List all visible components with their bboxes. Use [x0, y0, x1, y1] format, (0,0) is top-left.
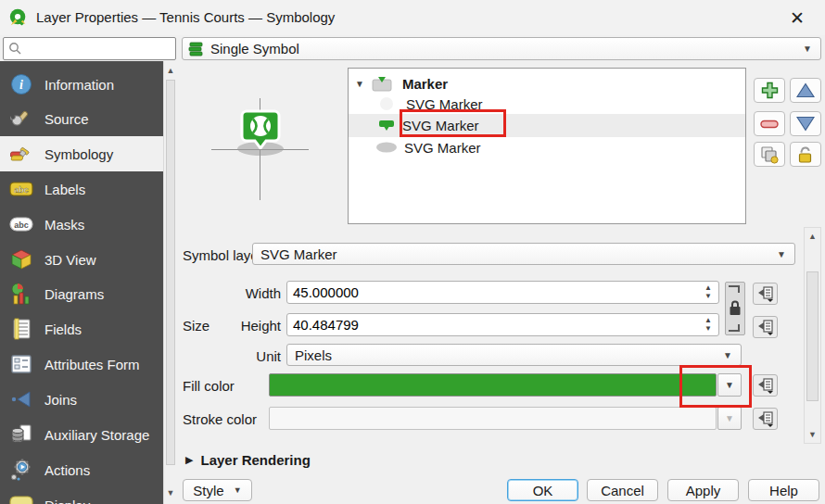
scroll-down-icon[interactable]: ▼	[164, 485, 177, 500]
sidebar-scrollbar[interactable]: ▲ ▼	[163, 61, 177, 504]
data-defined-override-icon	[757, 320, 774, 335]
tree-item-label: SVG Marker	[404, 140, 481, 156]
stroke-color-dropdown-button[interactable]: ▼	[717, 407, 742, 430]
scroll-up-icon[interactable]: ▲	[805, 229, 820, 244]
sidebar: i Information Source Sy	[0, 61, 163, 504]
move-layer-down-button[interactable]	[790, 111, 821, 136]
info-icon: i	[9, 72, 33, 96]
sidebar-item-joins[interactable]: Joins	[0, 382, 163, 417]
sidebar-item-3d-view[interactable]: 3D View	[0, 242, 163, 277]
fill-color-swatch[interactable]	[269, 373, 717, 397]
sidebar-scrollbar-thumb[interactable]	[166, 80, 175, 465]
labels-icon: abc	[9, 177, 33, 201]
actions-icon	[9, 458, 33, 482]
masks-icon: abc	[9, 212, 33, 236]
symbol-layers-tree: ▼ Marker SVG Marker SVG Marker SVG Marke…	[348, 68, 746, 224]
sidebar-item-auxiliary-storage[interactable]: Auxiliary Storage	[0, 417, 163, 452]
data-defined-override-icon	[757, 378, 774, 394]
chevron-down-icon: ▼	[777, 249, 786, 259]
lock-color-button[interactable]	[790, 142, 821, 167]
svg-text:i: i	[19, 78, 23, 92]
spinner-arrows-icon[interactable]: ▲▼	[700, 284, 717, 300]
sidebar-item-attributes-form[interactable]: Attributes Form	[0, 346, 163, 382]
diagrams-icon	[9, 282, 33, 306]
arrow-up-icon	[796, 82, 815, 98]
fill-color-data-override-button[interactable]	[753, 374, 778, 397]
height-input[interactable]	[287, 317, 700, 333]
svg-layer-thumb-icon	[378, 120, 395, 132]
search-input[interactable]	[22, 38, 175, 59]
height-data-override-button[interactable]	[753, 316, 778, 338]
chevron-right-icon: ▶	[185, 454, 193, 466]
width-spinbox: ▲▼	[286, 281, 719, 304]
sidebar-item-label: Fields	[44, 321, 82, 337]
scroll-down-icon[interactable]: ▼	[805, 427, 820, 442]
sidebar-item-label: Information	[44, 77, 114, 93]
lock-aspect-ratio-button[interactable]	[725, 282, 745, 335]
layer-rendering-expander[interactable]: ▶ Layer Rendering	[185, 452, 311, 468]
symbology-icon	[9, 142, 33, 166]
stroke-color-swatch[interactable]	[269, 407, 717, 430]
sidebar-item-diagrams[interactable]: Diagrams	[0, 276, 163, 311]
sidebar-item-symbology[interactable]: Symbology	[0, 136, 163, 171]
chevron-down-icon: ▼	[723, 350, 732, 360]
sidebar-item-masks[interactable]: abc Masks	[0, 207, 163, 242]
tree-row-marker[interactable]: ▼ Marker	[349, 73, 745, 94]
tree-item-label: SVG Marker	[402, 118, 479, 133]
style-menu-button[interactable]: Style ▼	[183, 479, 252, 501]
sidebar-item-source[interactable]: Source	[0, 101, 163, 136]
plus-icon	[761, 82, 779, 99]
move-layer-up-button[interactable]	[790, 78, 821, 103]
sidebar-item-information[interactable]: i Information	[0, 67, 163, 102]
ok-button[interactable]: OK	[507, 479, 578, 501]
unit-value: Pixels	[287, 347, 723, 363]
tree-expander-icon[interactable]: ▼	[355, 79, 364, 89]
sidebar-item-labels[interactable]: abc Labels	[0, 171, 163, 207]
properties-scrollbar[interactable]: ▲ ▼	[804, 227, 821, 444]
sidebar-item-label: Joins	[44, 392, 77, 408]
sidebar-item-fields[interactable]: Fields	[0, 311, 163, 346]
unit-select[interactable]: Pixels ▼	[286, 344, 742, 366]
remove-symbol-layer-button[interactable]	[754, 111, 785, 136]
sidebar-item-label: 3D View	[44, 252, 96, 268]
sidebar-item-label: Actions	[44, 462, 90, 478]
single-symbol-icon	[188, 42, 205, 57]
help-button[interactable]: Help	[748, 479, 819, 501]
renderer-select[interactable]: Single Symbol ▼	[182, 37, 821, 60]
sidebar-item-display[interactable]: Display	[0, 487, 163, 504]
source-icon	[9, 107, 33, 131]
titlebar: Layer Properties — Tennis Courts — Symbo…	[0, 0, 825, 35]
tree-row-svg-marker-3[interactable]: SVG Marker	[349, 137, 745, 158]
spinner-arrows-icon[interactable]: ▲▼	[700, 317, 717, 333]
symbol-layer-type-select[interactable]: SVG Marker ▼	[252, 243, 795, 265]
minus-icon	[760, 120, 779, 129]
style-button-label: Style	[193, 483, 223, 498]
close-button[interactable]: ✕	[782, 6, 812, 30]
help-button-label: Help	[769, 483, 798, 498]
apply-button[interactable]: Apply	[667, 479, 739, 501]
stroke-color-data-override-button[interactable]	[753, 408, 778, 430]
fill-color-dropdown-button[interactable]: ▼	[717, 373, 742, 397]
height-label: Height	[183, 318, 281, 334]
marker-symbol-thumb-icon	[372, 76, 392, 92]
tree-row-svg-marker-1[interactable]: SVG Marker	[349, 94, 745, 114]
height-spinbox: ▲▼	[286, 313, 719, 336]
joins-icon	[9, 387, 33, 411]
tree-item-label: SVG Marker	[406, 96, 483, 112]
attributes-form-icon	[9, 352, 33, 376]
sidebar-item-actions[interactable]: Actions	[0, 452, 163, 487]
unit-label: Unit	[183, 348, 281, 364]
chevron-down-icon: ▼	[234, 485, 242, 495]
cancel-button[interactable]: Cancel	[587, 479, 658, 501]
width-input[interactable]	[287, 284, 700, 300]
properties-scrollbar-thumb[interactable]	[806, 271, 819, 401]
tree-row-svg-marker-2[interactable]: SVG Marker	[349, 114, 745, 137]
sidebar-item-label: Attributes Form	[44, 357, 140, 372]
scroll-up-icon[interactable]: ▲	[164, 63, 177, 78]
add-symbol-layer-button[interactable]	[754, 78, 785, 103]
duplicate-layer-button[interactable]	[754, 142, 785, 167]
width-data-override-button[interactable]	[753, 283, 778, 305]
display-icon	[9, 493, 33, 504]
svg-layer-thumb-icon	[375, 141, 398, 154]
fill-color-label: Fill color	[183, 378, 235, 394]
